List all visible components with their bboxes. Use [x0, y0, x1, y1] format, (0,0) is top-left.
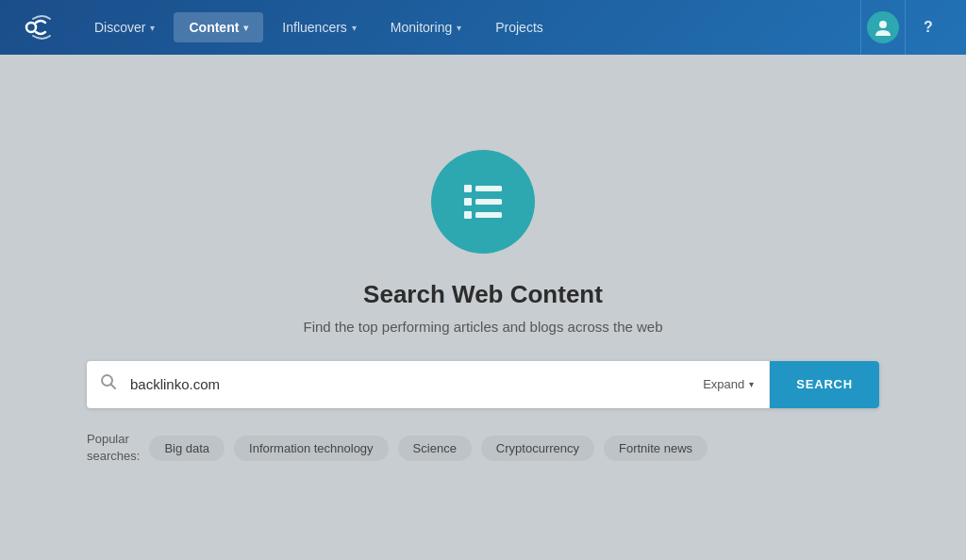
tag-information-technology[interactable]: Information technology — [234, 436, 389, 461]
chevron-down-icon: ▾ — [749, 379, 754, 389]
chevron-down-icon: ▾ — [352, 23, 357, 33]
navbar: Discover ▾ Content ▾ Influencers ▾ Monit… — [0, 0, 966, 55]
nav-item-projects[interactable]: Projects — [480, 12, 558, 42]
help-button[interactable]: ? — [906, 0, 951, 55]
svg-line-9 — [111, 385, 116, 389]
nav-right: ? — [860, 0, 951, 55]
popular-searches-label: Popular searches: — [87, 431, 140, 465]
svg-rect-5 — [475, 199, 502, 205]
svg-point-1 — [879, 21, 887, 28]
page-title: Search Web Content — [363, 280, 603, 309]
logo[interactable] — [15, 5, 60, 50]
svg-rect-4 — [464, 198, 472, 206]
search-icon — [87, 373, 130, 395]
nav-item-influencers[interactable]: Influencers ▾ — [267, 12, 371, 42]
svg-rect-3 — [475, 186, 502, 191]
search-bar: Expand ▾ SEARCH — [87, 361, 879, 408]
tag-science[interactable]: Science — [398, 436, 472, 461]
nav-item-monitoring[interactable]: Monitoring ▾ — [375, 12, 476, 42]
chevron-down-icon: ▾ — [457, 23, 461, 33]
svg-rect-2 — [464, 185, 472, 192]
svg-rect-7 — [475, 212, 502, 218]
tag-cryptocurrency[interactable]: Cryptocurrency — [481, 436, 594, 461]
nav-links: Discover ▾ Content ▾ Influencers ▾ Monit… — [79, 12, 860, 42]
content-list-icon — [457, 175, 509, 228]
svg-rect-6 — [464, 211, 472, 219]
main-content: Search Web Content Find the top performi… — [0, 55, 966, 560]
popular-searches: Popular searches: Big data Information t… — [87, 431, 879, 465]
content-icon-circle — [431, 150, 535, 254]
page-subtitle: Find the top performing articles and blo… — [303, 319, 662, 335]
search-input[interactable] — [130, 376, 688, 392]
user-avatar-button[interactable] — [860, 0, 906, 55]
tag-big-data[interactable]: Big data — [149, 436, 225, 461]
nav-item-content[interactable]: Content ▾ — [174, 12, 263, 42]
chevron-down-icon: ▾ — [150, 23, 155, 33]
chevron-down-icon: ▾ — [243, 23, 248, 33]
search-button[interactable]: SEARCH — [770, 361, 879, 408]
svg-point-0 — [26, 23, 36, 32]
expand-button[interactable]: Expand ▾ — [688, 361, 770, 408]
avatar — [867, 11, 899, 43]
nav-item-discover[interactable]: Discover ▾ — [79, 12, 170, 42]
tag-fortnite-news[interactable]: Fortnite news — [604, 436, 708, 461]
